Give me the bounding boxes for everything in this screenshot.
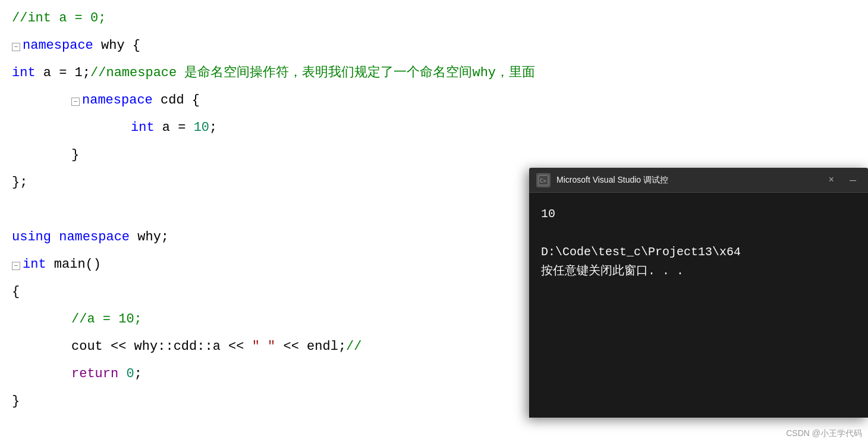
keyword-int-main: int [23,251,46,278]
code-editor: //int a = 0; −namespace why { int a = 1;… [0,0,535,445]
code-line-13: cout << why::cdd::a << " " << endl;// [12,333,535,361]
code-line-7: }; [12,169,535,196]
code-line-12: //a = 10; [12,306,535,333]
code-line-15: } [12,388,535,415]
collapse-icon-2[interactable]: − [71,98,80,106]
code-lines: //int a = 0; −namespace why { int a = 1;… [0,0,535,420]
code-line-8 [12,196,535,224]
code-line-11: { [12,278,535,306]
svg-text:C>: C> [540,178,546,184]
terminal-close-button[interactable]: × [824,173,839,188]
comment-a10: //a = 10; [71,306,142,333]
terminal-output-3: D:\Code\test_c\Project13\x64 [541,243,856,262]
terminal-app-icon: C> [536,173,551,187]
code-line-2: −namespace why { [12,32,535,59]
code-line-5: int a = 10; [12,114,535,142]
keyword-return: return [71,361,118,388]
terminal-minimize-button[interactable]: — [845,172,861,189]
terminal-window: C> Microsoft Visual Studio 调试控 × — 10 D:… [529,168,868,418]
comment-text: //int a = 0; [12,5,106,32]
code-line-3: int a = 1;//namespace 是命名空间操作符，表明我们规定了一个… [12,59,535,87]
keyword-int-2: int [131,114,155,142]
code-line-1: //int a = 0; [12,5,535,32]
keyword-namespace-2: namespace [82,87,153,114]
namespace-why: why [101,32,125,59]
terminal-output-1: 10 [541,205,856,224]
collapse-icon[interactable]: − [12,43,20,51]
code-line-4: −namespace cdd { [12,87,535,114]
code-line-14: return 0; [12,361,535,388]
terminal-output-2 [541,224,856,243]
keyword-int-1: int [12,59,36,87]
terminal-content: 10 D:\Code\test_c\Project13\x64 按任意键关闭此窗… [529,193,868,293]
string-space: " " [252,333,276,361]
keyword-namespace: namespace [23,32,93,59]
keyword-namespace-3: namespace [59,224,130,251]
code-line-10: −int main() [12,251,535,278]
comment-namespace: //namespace 是命名空间操作符，表明我们规定了一个命名空间why，里面 [90,59,535,87]
comment-inline: // [346,333,361,361]
code-line-9: using namespace why; [12,224,535,251]
code-line-6: } [12,142,535,169]
keyword-using: using [12,224,51,251]
terminal-titlebar: C> Microsoft Visual Studio 调试控 × — [529,168,868,193]
cout-text: cout << why::cdd::a << [71,333,252,361]
terminal-title-text: Microsoft Visual Studio 调试控 [556,175,818,186]
number-10: 10 [194,114,209,142]
number-zero: 0 [126,361,134,388]
watermark: CSDN @小王学代码 [786,428,862,439]
terminal-output-4: 按任意键关闭此窗口. . . [541,262,856,281]
collapse-icon-3[interactable]: − [12,262,20,270]
